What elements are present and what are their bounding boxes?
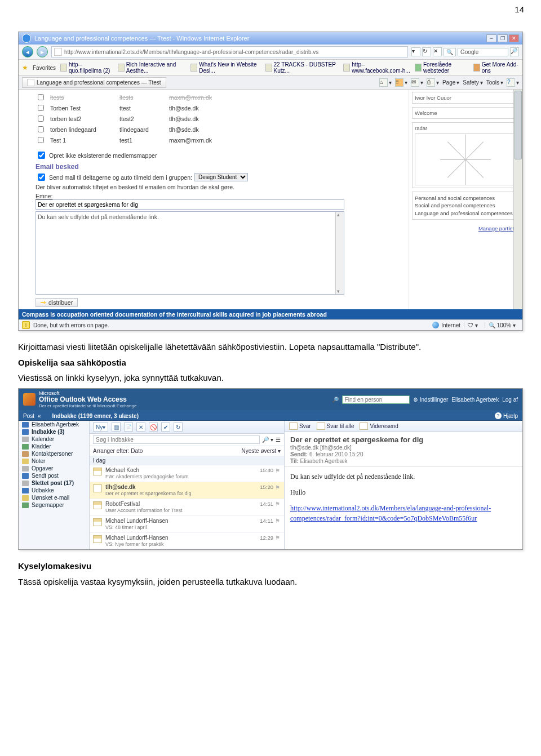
help-button[interactable]: ?▾	[507, 78, 519, 87]
mail-button[interactable]: ✉▾	[411, 78, 423, 87]
folder-sent[interactable]: Sendt post	[19, 472, 89, 479]
forward-button[interactable]: ►	[37, 46, 48, 57]
search-options-icon[interactable]: ☰	[276, 437, 281, 443]
close-button[interactable]: ✕	[509, 34, 519, 42]
folder-notes[interactable]: Noter	[19, 457, 89, 465]
fav-link[interactable]: Get More Add-ons	[473, 61, 519, 74]
page-menu[interactable]: Page ▾	[442, 79, 459, 86]
mail-link[interactable]: http://www.international2.ots.dk/Members…	[290, 504, 491, 522]
row-checkbox[interactable]	[38, 126, 44, 132]
search-go-icon[interactable]: 🔎	[510, 47, 519, 56]
new-mail-button[interactable]: Ny ▾	[93, 423, 108, 432]
tools-menu[interactable]: Tools ▾	[486, 79, 503, 86]
delete-button[interactable]: ✕	[136, 423, 145, 432]
row-checkbox[interactable]	[38, 115, 44, 122]
table-cell: tlh@sde.dk	[169, 115, 237, 122]
folder-contacts[interactable]: Kontaktpersoner	[19, 450, 89, 457]
reply-button[interactable]: Svar	[289, 423, 311, 430]
folder-junk[interactable]: Uønsket e-mail	[19, 494, 89, 501]
forward-button[interactable]: Videresend	[360, 423, 398, 430]
layout-button[interactable]: ▥	[112, 423, 121, 432]
fav-link[interactable]: 22 TRACKS - DUBSTEP Kutz...	[265, 61, 339, 74]
competence-link[interactable]: Social and personal competences	[415, 202, 516, 209]
protected-mode-icon[interactable]: 🛡 ▾	[464, 322, 481, 328]
distribute-label: distribuer	[48, 299, 73, 306]
flag-icon[interactable]: ⚑	[275, 501, 281, 506]
back-button[interactable]: ◄	[22, 46, 33, 57]
search-input[interactable]: Google	[458, 48, 508, 56]
folder-inbox[interactable]: Indbakke (3)	[19, 428, 89, 435]
fav-link[interactable]: http--www.facebook.com-h...	[343, 61, 410, 74]
folder-deleted[interactable]: Slettet post (17)	[19, 479, 89, 487]
logout-link[interactable]: Log af	[502, 397, 518, 403]
message-row[interactable]: Michael KochFW: Akademiets pædagogiske f…	[90, 465, 284, 482]
message-row-selected[interactable]: tlh@sde.dkDer er oprettet et spørgeskema…	[90, 482, 284, 499]
flag-icon[interactable]: ⚑	[275, 518, 281, 523]
create-folders-checkbox[interactable]	[38, 152, 45, 159]
settings-link[interactable]: ⚙Indstillinger	[413, 397, 449, 403]
fav-link[interactable]: What's New in Website Desi...	[190, 61, 260, 74]
safety-menu[interactable]: Safety ▾	[463, 79, 482, 86]
flag-icon[interactable]: ⚑	[275, 468, 281, 473]
folder-outbox[interactable]: Udbakke	[19, 487, 89, 494]
home-button[interactable]: ⌂▾	[379, 78, 392, 87]
table-cell: tlindegaard	[119, 126, 165, 133]
competence-link[interactable]: Personal and social competences	[415, 194, 516, 202]
fav-link[interactable]: Rich Interactive and Aesthe...	[118, 61, 186, 74]
zoom-control[interactable]: 🔍 100% ▾	[485, 322, 519, 328]
folder-search[interactable]: Søgemapper	[19, 501, 89, 509]
message-row[interactable]: RobotFestivalUser Account Information fo…	[90, 499, 284, 516]
zone-internet[interactable]: Internet	[432, 322, 460, 328]
row-checkbox[interactable]	[38, 105, 44, 111]
subject-input[interactable]	[36, 199, 344, 210]
minimize-button[interactable]: –	[486, 34, 496, 42]
find-person-input[interactable]	[342, 395, 410, 404]
page-scrollbar[interactable]	[513, 90, 522, 309]
compass-footer: Compass is occupation oriented documenta…	[19, 309, 522, 319]
dropdown-icon[interactable]: ▾	[411, 47, 420, 56]
send-mail-checkbox[interactable]	[38, 174, 45, 181]
to-value: Elisabeth Agerbæk	[300, 458, 348, 464]
favorites-star-icon[interactable]: ★	[22, 64, 28, 72]
to-label: Til:	[290, 458, 299, 464]
distribute-button[interactable]: distribuer	[36, 298, 78, 307]
group-select[interactable]: Design Student	[194, 173, 248, 181]
message-row[interactable]: Michael Lundorff-HansenVS: Nye former fo…	[90, 533, 284, 550]
fav-link[interactable]: Foreslåede websteder	[415, 61, 469, 74]
competence-link[interactable]: Language and professional competences	[415, 210, 516, 217]
junk-button[interactable]: 🚫	[149, 423, 158, 432]
message-body-input[interactable]: Du kan selv udfylde det på nedenstående …	[36, 211, 344, 295]
folder-calendar[interactable]: Kalender	[19, 435, 89, 443]
folder-drafts[interactable]: Kladder	[19, 443, 89, 450]
fav-link[interactable]: http--quo.filipelima (2)	[60, 61, 113, 74]
flag-icon[interactable]: ⚑	[275, 484, 281, 490]
address-input[interactable]: http://www.international2.ots.dk/Members…	[51, 46, 408, 57]
ie-titlebar: Language and professional competences — …	[19, 32, 522, 45]
textarea-scrollbar[interactable]	[335, 212, 344, 294]
owa-header: Microsoft Office Outlook Web Access Der …	[19, 389, 522, 411]
search-go-icon[interactable]: 🔎 ▾	[262, 437, 273, 443]
manage-portlets-link[interactable]: Manage portlets	[478, 225, 517, 232]
arrange-by[interactable]: Arranger efter: Dato	[93, 448, 143, 454]
check-button[interactable]: ✔	[161, 423, 170, 432]
folder-tasks[interactable]: Opgaver	[19, 465, 89, 472]
print-button[interactable]: ⎙▾	[427, 78, 439, 87]
maximize-button[interactable]: ❐	[498, 34, 508, 42]
row-checkbox[interactable]	[38, 94, 44, 100]
row-checkbox[interactable]	[38, 137, 44, 143]
reply-all-button[interactable]: Svar til alle	[317, 423, 354, 430]
globe-icon	[432, 322, 439, 328]
help-button[interactable]: ?Hjælp	[495, 412, 518, 419]
flag-icon[interactable]: ⚑	[275, 535, 281, 540]
refresh-icon[interactable]: ↻	[422, 47, 431, 56]
search-inbox-input[interactable]	[93, 435, 260, 444]
tab-active[interactable]: Language and professional competences — …	[22, 77, 166, 88]
move-button[interactable]: 📄	[124, 423, 133, 432]
feeds-button[interactable]: ≡▾	[395, 78, 407, 87]
folder-item[interactable]: Elisabeth Agerbæk	[19, 421, 89, 428]
stop-icon[interactable]: ✕	[433, 47, 442, 56]
sort-order[interactable]: Nyeste øverst ▾	[242, 448, 281, 454]
refresh-button[interactable]: ↻	[174, 423, 183, 432]
body-paragraph: Viestissä on linkki kyselyyn, joka synny…	[18, 372, 523, 385]
message-row[interactable]: Michael Lundorff-HansenVS: 48 timer i ap…	[90, 516, 284, 533]
